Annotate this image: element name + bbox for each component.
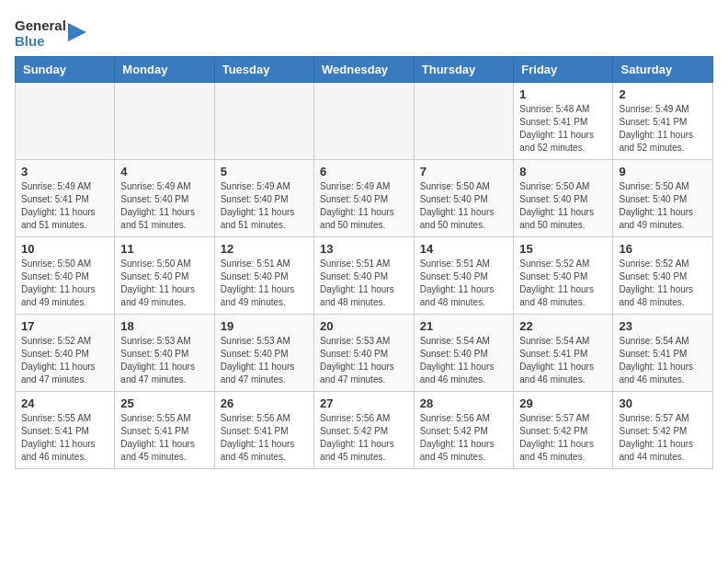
weekday-header-sunday: Sunday (16, 57, 115, 83)
day-number: 12 (221, 242, 308, 256)
day-number: 7 (420, 165, 508, 178)
day-info: Sunrise: 5:52 AM Sunset: 5:40 PM Dayligh… (619, 258, 707, 309)
calendar-cell (214, 83, 313, 160)
calendar-cell: 22Sunrise: 5:54 AM Sunset: 5:41 PM Dayli… (514, 315, 613, 392)
calendar-week-2: 3Sunrise: 5:49 AM Sunset: 5:41 PM Daylig… (16, 160, 713, 237)
logo-wordmark: General Blue (15, 18, 86, 49)
calendar-cell: 15Sunrise: 5:52 AM Sunset: 5:40 PM Dayli… (514, 237, 613, 315)
calendar-cell: 16Sunrise: 5:52 AM Sunset: 5:40 PM Dayli… (613, 237, 713, 315)
calendar-cell: 26Sunrise: 5:56 AM Sunset: 5:41 PM Dayli… (214, 392, 313, 469)
day-info: Sunrise: 5:55 AM Sunset: 5:41 PM Dayligh… (120, 412, 208, 464)
day-number: 22 (519, 319, 607, 333)
calendar-week-4: 17Sunrise: 5:52 AM Sunset: 5:40 PM Dayli… (16, 315, 713, 392)
day-info: Sunrise: 5:50 AM Sunset: 5:40 PM Dayligh… (619, 180, 707, 232)
calendar-cell: 7Sunrise: 5:50 AM Sunset: 5:40 PM Daylig… (414, 160, 514, 237)
day-info: Sunrise: 5:49 AM Sunset: 5:40 PM Dayligh… (320, 180, 408, 232)
day-number: 5 (221, 165, 308, 178)
calendar-cell: 12Sunrise: 5:51 AM Sunset: 5:40 PM Dayli… (214, 237, 313, 315)
calendar-cell: 4Sunrise: 5:49 AM Sunset: 5:40 PM Daylig… (115, 160, 214, 237)
day-number: 6 (320, 165, 408, 178)
weekday-header-tuesday: Tuesday (214, 57, 313, 83)
day-number: 14 (420, 242, 508, 256)
calendar-cell (314, 83, 415, 160)
calendar-cell: 30Sunrise: 5:57 AM Sunset: 5:42 PM Dayli… (613, 392, 713, 469)
calendar-cell: 1Sunrise: 5:48 AM Sunset: 5:41 PM Daylig… (514, 83, 613, 160)
day-number: 2 (619, 87, 707, 101)
calendar-cell: 8Sunrise: 5:50 AM Sunset: 5:40 PM Daylig… (514, 160, 613, 237)
day-info: Sunrise: 5:48 AM Sunset: 5:41 PM Dayligh… (519, 103, 607, 155)
day-number: 25 (120, 396, 208, 410)
day-number: 26 (221, 396, 308, 410)
calendar-cell: 2Sunrise: 5:49 AM Sunset: 5:41 PM Daylig… (613, 83, 713, 160)
calendar-table: SundayMondayTuesdayWednesdayThursdayFrid… (15, 56, 713, 469)
day-info: Sunrise: 5:56 AM Sunset: 5:42 PM Dayligh… (320, 412, 408, 464)
weekday-header-monday: Monday (115, 57, 214, 83)
calendar-cell: 29Sunrise: 5:57 AM Sunset: 5:42 PM Dayli… (514, 392, 613, 469)
calendar-cell: 9Sunrise: 5:50 AM Sunset: 5:40 PM Daylig… (613, 160, 713, 237)
day-number: 27 (320, 396, 408, 410)
page-header: General Blue (15, 15, 713, 49)
day-number: 11 (120, 242, 208, 256)
day-info: Sunrise: 5:57 AM Sunset: 5:42 PM Dayligh… (619, 412, 707, 464)
day-info: Sunrise: 5:49 AM Sunset: 5:41 PM Dayligh… (21, 180, 108, 232)
day-info: Sunrise: 5:56 AM Sunset: 5:42 PM Dayligh… (420, 412, 508, 464)
day-info: Sunrise: 5:51 AM Sunset: 5:40 PM Dayligh… (320, 258, 408, 309)
day-info: Sunrise: 5:49 AM Sunset: 5:40 PM Dayligh… (221, 180, 308, 232)
calendar-cell (115, 83, 214, 160)
calendar-cell (414, 83, 514, 160)
day-info: Sunrise: 5:51 AM Sunset: 5:40 PM Dayligh… (420, 258, 508, 309)
day-number: 8 (519, 165, 607, 178)
day-number: 30 (619, 396, 707, 410)
weekday-header-wednesday: Wednesday (314, 57, 415, 83)
day-info: Sunrise: 5:50 AM Sunset: 5:40 PM Dayligh… (21, 258, 108, 309)
weekday-header-thursday: Thursday (414, 57, 514, 83)
day-info: Sunrise: 5:52 AM Sunset: 5:40 PM Dayligh… (519, 258, 607, 309)
day-info: Sunrise: 5:52 AM Sunset: 5:40 PM Dayligh… (21, 335, 108, 386)
day-number: 15 (519, 242, 607, 256)
calendar-cell: 25Sunrise: 5:55 AM Sunset: 5:41 PM Dayli… (115, 392, 214, 469)
calendar-cell: 21Sunrise: 5:54 AM Sunset: 5:40 PM Dayli… (414, 315, 514, 392)
day-number: 10 (21, 242, 108, 256)
day-info: Sunrise: 5:56 AM Sunset: 5:41 PM Dayligh… (221, 412, 308, 464)
day-number: 4 (120, 165, 208, 178)
day-info: Sunrise: 5:50 AM Sunset: 5:40 PM Dayligh… (420, 180, 508, 232)
calendar-week-3: 10Sunrise: 5:50 AM Sunset: 5:40 PM Dayli… (16, 237, 713, 315)
day-number: 16 (619, 242, 707, 256)
calendar-cell: 18Sunrise: 5:53 AM Sunset: 5:40 PM Dayli… (115, 315, 214, 392)
day-number: 3 (21, 165, 108, 178)
weekday-header-saturday: Saturday (613, 57, 713, 83)
day-info: Sunrise: 5:53 AM Sunset: 5:40 PM Dayligh… (320, 335, 408, 386)
calendar-cell: 27Sunrise: 5:56 AM Sunset: 5:42 PM Dayli… (314, 392, 415, 469)
day-number: 13 (320, 242, 408, 256)
day-number: 28 (420, 396, 508, 410)
calendar-cell: 6Sunrise: 5:49 AM Sunset: 5:40 PM Daylig… (314, 160, 415, 237)
calendar-cell: 5Sunrise: 5:49 AM Sunset: 5:40 PM Daylig… (214, 160, 313, 237)
day-info: Sunrise: 5:54 AM Sunset: 5:41 PM Dayligh… (619, 335, 707, 386)
logo-line1: General (15, 18, 66, 34)
weekday-header-row: SundayMondayTuesdayWednesdayThursdayFrid… (16, 57, 713, 83)
calendar-cell: 11Sunrise: 5:50 AM Sunset: 5:40 PM Dayli… (115, 237, 214, 315)
day-number: 24 (21, 396, 108, 410)
weekday-header-friday: Friday (514, 57, 613, 83)
day-info: Sunrise: 5:49 AM Sunset: 5:40 PM Dayligh… (120, 180, 208, 232)
calendar-cell: 19Sunrise: 5:53 AM Sunset: 5:40 PM Dayli… (214, 315, 313, 392)
day-number: 20 (320, 319, 408, 333)
calendar-cell (16, 83, 115, 160)
day-number: 1 (519, 87, 607, 101)
day-number: 19 (221, 319, 308, 333)
day-info: Sunrise: 5:50 AM Sunset: 5:40 PM Dayligh… (120, 258, 208, 309)
calendar-cell: 3Sunrise: 5:49 AM Sunset: 5:41 PM Daylig… (16, 160, 115, 237)
calendar-cell: 13Sunrise: 5:51 AM Sunset: 5:40 PM Dayli… (314, 237, 415, 315)
calendar-cell: 14Sunrise: 5:51 AM Sunset: 5:40 PM Dayli… (414, 237, 514, 315)
calendar-week-5: 24Sunrise: 5:55 AM Sunset: 5:41 PM Dayli… (16, 392, 713, 469)
logo-chevron-icon (68, 23, 86, 41)
day-info: Sunrise: 5:55 AM Sunset: 5:41 PM Dayligh… (21, 412, 108, 464)
logo: General Blue (15, 18, 86, 49)
day-number: 29 (519, 396, 607, 410)
calendar-cell: 28Sunrise: 5:56 AM Sunset: 5:42 PM Dayli… (414, 392, 514, 469)
day-info: Sunrise: 5:53 AM Sunset: 5:40 PM Dayligh… (221, 335, 308, 386)
day-info: Sunrise: 5:49 AM Sunset: 5:41 PM Dayligh… (619, 103, 707, 155)
day-number: 21 (420, 319, 508, 333)
calendar-cell: 20Sunrise: 5:53 AM Sunset: 5:40 PM Dayli… (314, 315, 415, 392)
svg-marker-0 (68, 23, 86, 41)
